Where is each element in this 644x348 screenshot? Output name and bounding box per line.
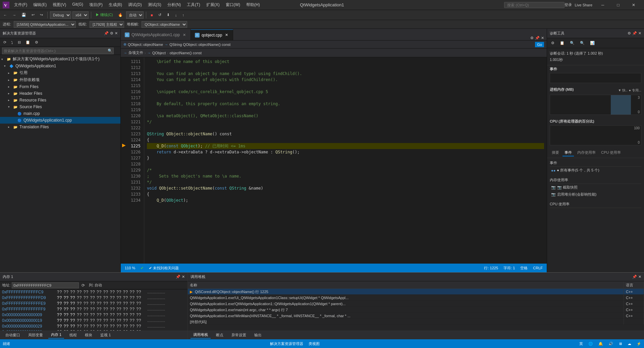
stop-button[interactable]: ■ — [149, 12, 155, 18]
menu-debug[interactable]: 调试(D) — [125, 1, 145, 8]
menu-view[interactable]: 视图(V) — [50, 1, 69, 8]
mp-tab-threads[interactable]: 线程 — [67, 332, 79, 338]
tree-item-translation[interactable]: 📂 Translation Files — [0, 124, 120, 130]
se-sync-button[interactable]: ⟳ — [1, 40, 8, 45]
cs-tab-callstack[interactable]: 调用堆栈 — [191, 332, 211, 339]
se-settings-button[interactable]: ⚙ — [110, 31, 113, 36]
auto-select[interactable]: 自动 — [126, 11, 144, 19]
tree-item-form[interactable]: 📂 Form Files — [0, 83, 120, 90]
cs-pin-icon[interactable]: 📌 — [632, 275, 637, 279]
tree-item-ext-deps[interactable]: 📂 外部依赖项 — [0, 76, 120, 83]
step-over-button[interactable]: ⬇ — [165, 12, 172, 18]
solution-arrow[interactable] — [1, 58, 5, 61]
menu-file[interactable]: 文件(F) — [11, 1, 30, 8]
mp-addr-input[interactable] — [12, 282, 79, 288]
tab-qtwidgets-close[interactable]: ✕ — [182, 32, 186, 37]
mp-content[interactable]: 0xFFFFFFFFFFFFFC9 ?? ?? ?? ?? ?? ?? ?? ?… — [0, 289, 187, 331]
menu-build[interactable]: 生成(B) — [106, 1, 125, 8]
tree-item-source[interactable]: 📂 Source Files — [0, 103, 120, 110]
diag-memory-filter[interactable]: ▼ 快.. — [618, 88, 628, 93]
cs-tab-output[interactable]: 输出 — [252, 332, 264, 338]
cs-row-5[interactable]: [外部代码] — [188, 319, 644, 325]
continue-button[interactable]: ▶ 继续(C) — [94, 12, 115, 18]
nav-right-value[interactable]: QString QObject::objectName() const — [169, 43, 230, 47]
se-settings2-button[interactable]: ⚙ — [33, 40, 40, 45]
tree-item-refs[interactable]: 📂 引用 — [0, 69, 120, 76]
minimize-button[interactable]: ─ — [595, 0, 610, 10]
diag-tb-2[interactable]: 📋 — [558, 40, 567, 46]
menu-tools[interactable]: 工具(T) — [184, 1, 203, 8]
menu-project[interactable]: 项目(P) — [87, 1, 105, 8]
mp-close-icon[interactable]: ✕ — [182, 275, 185, 279]
diag-tab-summary[interactable]: 摘要 — [550, 149, 561, 156]
forward-button[interactable]: → — [10, 12, 18, 18]
tab-qobject-close[interactable]: ✕ — [224, 33, 229, 38]
mp-tab-locals[interactable]: 局部变量 — [25, 332, 46, 338]
login-label[interactable]: 登录 — [565, 2, 572, 7]
extdeps-arrow[interactable] — [8, 78, 12, 82]
diag-all-events[interactable]: ●● ● 所有事件(5 个，共 5 个) — [550, 167, 641, 174]
mp-tab-modules[interactable]: 模块 — [82, 332, 95, 338]
headers-arrow[interactable] — [8, 92, 12, 95]
process-select[interactable]: [15656] QtWidgetsApplication... — [14, 21, 76, 28]
tab-close-all-icon[interactable]: ✕ — [541, 36, 544, 40]
frame-select[interactable]: QObject::objectName — [142, 21, 187, 28]
diag-heap-button[interactable]: 📷 启用堆分析(会影响性能) — [550, 191, 641, 198]
debug-config-select[interactable]: Debug — [50, 11, 71, 19]
diag-pin-icon[interactable]: 📌 — [632, 31, 637, 36]
se-close-button[interactable]: ✕ — [115, 31, 118, 36]
diag-tb-3[interactable]: 🔍 — [568, 40, 577, 46]
close-button[interactable]: ✕ — [626, 0, 641, 10]
maximize-button[interactable]: □ — [610, 0, 626, 10]
cs-tab-exceptions[interactable]: 异常设置 — [229, 332, 249, 338]
mp-pin-icon[interactable]: 📌 — [176, 275, 180, 279]
diag-tab-cpu[interactable]: CPU 使用率 — [599, 149, 623, 156]
back-button[interactable]: ← — [1, 12, 9, 18]
cs-tab-breakpoints[interactable]: 断点 — [213, 332, 226, 338]
se-pin-button[interactable]: 📌 — [104, 31, 109, 36]
menu-git[interactable]: Git(G) — [69, 1, 86, 8]
thread-select[interactable]: [17928] 主线程 — [90, 21, 124, 28]
diag-snapshot-button[interactable]: 📷 📷 截取快照 — [550, 184, 641, 191]
step-out-button[interactable]: ↑ — [180, 12, 186, 18]
tree-item-maincpp[interactable]: 🔵 main.cpp — [0, 110, 120, 117]
nav-left-value[interactable]: QObject::objectName — [128, 43, 163, 47]
bc-part3[interactable]: objectName() const — [170, 51, 202, 55]
menu-edit[interactable]: 编辑(E) — [31, 1, 49, 8]
menu-window[interactable]: 窗口(W) — [223, 1, 243, 8]
tree-item-qtcpp[interactable]: 🔵 QtWidgetsApplication1.cpp — [0, 117, 120, 124]
se-bottom-tab-1[interactable]: 解决方案资源管理器 — [270, 341, 303, 346]
code-content[interactable]: \brief the name of this object You can f… — [144, 57, 547, 264]
diag-tb-5[interactable]: 📊 — [588, 40, 597, 46]
resources-arrow[interactable] — [8, 98, 12, 102]
tree-item-headers[interactable]: 📂 Header Files — [0, 90, 120, 97]
menu-analyze[interactable]: 分析(N) — [165, 1, 184, 8]
zoom-level[interactable]: 110 % — [125, 266, 135, 270]
title-search-input[interactable] — [504, 2, 565, 8]
mp-tab-mem1[interactable]: 内存 1 — [48, 332, 64, 339]
redo-button[interactable]: ↪ — [38, 12, 45, 18]
tab-pin-icon[interactable]: 📌 — [535, 36, 540, 40]
diag-settings-icon[interactable]: ⚙ — [628, 31, 631, 36]
mp-tab-auto[interactable]: 自动窗口 — [3, 332, 23, 338]
diag-tb-4[interactable]: 🔍 — [578, 40, 587, 46]
cs-row-2[interactable]: QtWidgetsApplication1.exe!QtWidgetsAppli… — [188, 301, 644, 307]
project-arrow[interactable] — [4, 64, 8, 68]
cs-close-icon[interactable]: ✕ — [638, 275, 641, 279]
refs-arrow[interactable] — [8, 71, 12, 75]
cs-row-3[interactable]: QtWidgetsApplication1.exe!main(int argc,… — [188, 307, 644, 313]
undo-button[interactable]: ↩ — [30, 12, 37, 18]
tree-item-resources[interactable]: 📂 Resource Files — [0, 97, 120, 103]
bc-part2[interactable]: QObject — [152, 51, 166, 55]
form-arrow[interactable] — [8, 85, 12, 88]
save-button[interactable]: 💾 — [19, 12, 28, 18]
tab-settings-icon[interactable]: ⚙ — [530, 36, 534, 40]
step-into-button[interactable]: ↓ — [173, 12, 179, 18]
diag-tab-events[interactable]: 事件 — [562, 149, 574, 156]
volume-icon[interactable]: 🔊 — [608, 342, 613, 346]
diag-tab-memory[interactable]: 内存使用率 — [575, 149, 598, 156]
cs-row-0[interactable]: ▶ Qt5Cored.dll!QObject::objectName() 行 1… — [188, 289, 644, 295]
source-arrow[interactable] — [8, 105, 12, 109]
menu-help[interactable]: 帮助(H) — [244, 1, 263, 8]
menu-test[interactable]: 测试(S) — [145, 1, 164, 8]
